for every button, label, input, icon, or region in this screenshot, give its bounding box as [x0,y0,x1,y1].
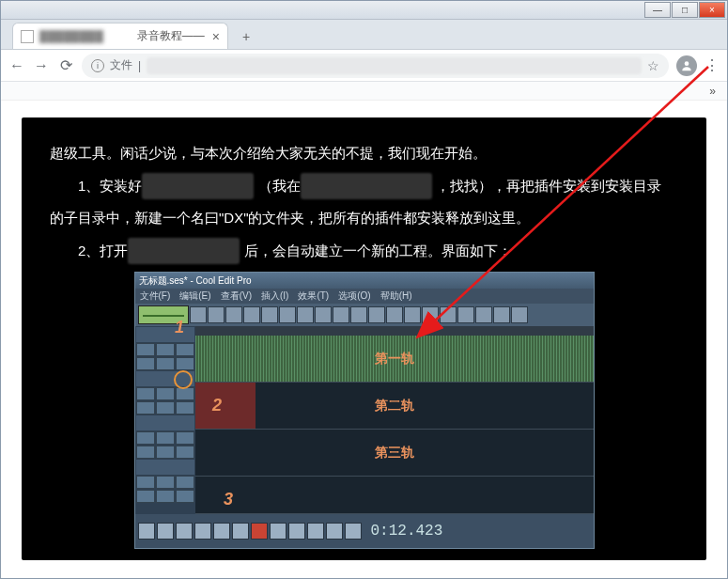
toolbar-button [315,306,332,323]
transport-button [232,523,249,540]
bookmarks-bar: » [1,82,727,101]
transport-button [176,523,193,540]
article-body: 超级工具。闲话少说，与本次介绍给大家无关的不提，我们现在开始。 1、安装好███… [22,117,706,560]
menu-effects: 效果(T) [298,290,329,303]
menu-view: 查看(V) [221,290,252,303]
embedded-screenshot: 无标题.ses* - Cool Edit Pro 文件(F) 编辑(E) 查看(… [134,272,595,549]
toolbar-button [297,306,314,323]
time-ruler [195,326,594,336]
record-button [251,523,268,540]
menu-help: 帮助(H) [380,290,412,303]
toolbar-button [511,306,528,323]
favicon-icon [21,30,34,43]
toolbar-button [350,306,367,323]
window-close-button[interactable]: × [699,2,725,18]
zoom-button [288,523,305,540]
window-title-bar: — □ × [1,1,727,20]
app-toolbar [135,304,594,326]
waveform [195,383,256,429]
track-controls-panel [135,326,195,514]
zoom-button [307,523,324,540]
track-1: 第一轨 [195,336,594,383]
annotation-2: 2 [212,396,222,415]
zoom-button [270,523,287,540]
transport-button [213,523,230,540]
toolbar-button [279,306,296,323]
transport-button [138,523,155,540]
annotation-circle [174,370,193,389]
browser-menu-button[interactable]: ⋮ [705,56,720,74]
toolbar-button [422,306,439,323]
bookmark-star-icon[interactable]: ☆ [647,58,659,73]
menu-insert: 插入(I) [261,290,288,303]
toolbar-button [475,306,492,323]
svg-point-0 [685,61,689,66]
forward-button[interactable]: → [33,57,50,74]
menu-file: 文件(F) [140,290,171,303]
new-tab-button[interactable]: + [234,24,258,49]
track-3: 第三轨 [195,430,594,477]
track-control [136,415,194,430]
toolbar-button [225,306,242,323]
profile-avatar[interactable] [676,55,697,76]
toolbar-button [493,306,510,323]
annotation-3: 3 [224,490,233,509]
tab-title-suffix: 录音教程—— [137,28,205,44]
toolbar-button [386,306,403,323]
back-button[interactable]: ← [8,57,25,74]
toolbar-button [440,306,457,323]
url-blurred [147,57,642,74]
toolbar-button [190,306,207,323]
timecode-display: 0:12.423 [371,523,443,540]
zoom-button [345,523,362,540]
toolbar-button [261,306,278,323]
toolbar-button [457,306,474,323]
menu-options: 选项(O) [338,290,370,303]
tracks-area: 第一轨 第二轨 第三轨 [195,326,594,514]
person-icon [680,59,693,72]
track-label: 第二轨 [375,398,414,415]
track-empty [195,477,594,514]
bookmarks-overflow-button[interactable]: » [709,85,716,98]
zoom-button [326,523,343,540]
app-title-bar: 无标题.ses* - Cool Edit Pro [135,273,594,289]
address-bar[interactable]: i 文件 | ☆ [82,54,669,78]
toolbar-button [333,306,349,323]
tab-title-blurred: ████████ [39,30,133,43]
track-label: 第一轨 [375,351,414,368]
app-menu-bar: 文件(F) 编辑(E) 查看(V) 插入(I) 效果(T) 选项(O) 帮助(H… [135,289,594,304]
transport-button [194,523,211,540]
article-paragraph: 超级工具。闲话少说，与本次介绍给大家无关的不提，我们现在开始。 [50,140,678,167]
window-maximize-button[interactable]: □ [672,2,698,18]
track-label: 第三轨 [375,445,414,462]
annotation-1: 1 [175,318,184,337]
site-info-icon[interactable]: i [91,59,104,72]
browser-tab[interactable]: ████████ 录音教程—— × [12,23,228,49]
page-content: 超级工具。闲话少说，与本次介绍给大家无关的不提，我们现在开始。 1、安装好███… [1,101,727,579]
toolbar-button [404,306,421,323]
window-minimize-button[interactable]: — [644,2,671,18]
url-prefix: 文件 [110,57,132,73]
track-control [136,460,194,475]
toolbar-button [243,306,260,323]
browser-tab-strip: ████████ 录音教程—— × + [1,20,727,50]
address-bar-row: ← → ⟳ i 文件 | ☆ ⋮ [1,50,727,82]
menu-edit: 编辑(E) [179,290,210,303]
article-paragraph: 的子目录中，新建一个名曰"DX"的文件夹，把所有的插件都安装释放到这里。 [50,205,678,232]
tab-close-button[interactable]: × [212,29,220,44]
url-separator: | [138,59,141,72]
toolbar-button [368,306,385,323]
article-paragraph: 1、安装好████████ （我在██████████ ，找找），再把插件安装到… [50,173,678,200]
reload-button[interactable]: ⟳ [57,56,74,74]
transport-bar: 0:12.423 [135,514,594,548]
transport-button [157,523,174,540]
toolbar-button [208,306,225,323]
track-2: 第二轨 [195,383,594,430]
article-paragraph: 2、打开████████ 后，会自动建立一个新的工程。界面如下： [50,238,678,265]
track-control [136,327,194,342]
